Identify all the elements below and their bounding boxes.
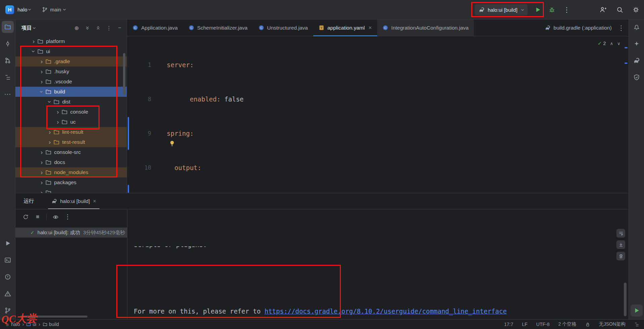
tree-item-dist[interactable]: › dist <box>15 97 127 107</box>
chevron-expanded-icon[interactable]: › <box>47 99 52 105</box>
clear-console-button[interactable] <box>616 252 625 260</box>
run-tree-horizontal-scrollbar[interactable] <box>20 316 87 318</box>
rerun-button[interactable] <box>22 213 29 220</box>
project-tool-button[interactable] <box>2 21 14 33</box>
intention-bulb-icon[interactable] <box>169 140 175 147</box>
breadcrumb-item-build[interactable]: build <box>43 322 59 327</box>
line-ending-widget[interactable]: LF <box>522 322 527 327</box>
chevron-expanded-icon[interactable]: › <box>31 49 36 54</box>
lock-icon[interactable] <box>585 322 590 327</box>
settings-button[interactable] <box>632 6 640 14</box>
git-branch-widget[interactable]: main › <box>42 6 66 13</box>
chevron-right-icon[interactable]: › <box>39 69 44 74</box>
chevron-right-icon[interactable]: › <box>55 109 61 115</box>
chevron-right-icon[interactable]: › <box>39 160 44 165</box>
line-number[interactable]: 8 <box>127 93 151 105</box>
tree-item-husky[interactable]: › .husky <box>15 67 127 77</box>
notifications-warning-button[interactable] <box>2 288 14 300</box>
search-everywhere-button[interactable] <box>616 6 624 14</box>
previous-problem-button[interactable]: ∧ <box>610 41 613 46</box>
chevron-right-icon[interactable]: › <box>47 139 52 145</box>
terminal-tool-button[interactable] <box>2 254 14 266</box>
chevron-expanded-icon[interactable]: › <box>39 89 44 94</box>
line-number[interactable]: 9 <box>127 128 151 139</box>
hide-panel-button[interactable]: − <box>117 25 123 31</box>
encoding-widget[interactable]: UTF-8 <box>536 322 550 327</box>
tree-item-test-result[interactable]: › test-result <box>15 137 127 147</box>
tree-item-platform[interactable]: › platform <box>15 36 127 46</box>
console-link[interactable]: https://docs.gradle.org/8.10.2/userguide… <box>265 307 507 315</box>
run-options-button[interactable]: ⋮ <box>64 213 71 220</box>
structure-tool-button[interactable] <box>2 71 14 83</box>
tab-options-button[interactable]: ⋮ <box>618 24 625 32</box>
breadcrumb-item-halo[interactable]: halo <box>5 322 20 327</box>
chevron-right-icon[interactable]: › <box>39 180 44 185</box>
more-tools-button[interactable]: ⋯ <box>2 88 14 100</box>
close-tab-icon[interactable]: × <box>93 198 96 204</box>
tree-item-node-modules[interactable]: › node_modules <box>15 167 127 177</box>
tree-item-build[interactable]: › build <box>15 87 127 97</box>
more-actions-button[interactable]: ⋮ <box>563 6 571 14</box>
show-passed-button[interactable] <box>52 213 59 220</box>
tab-unstructured-java[interactable]: Unstructured.java <box>253 19 313 36</box>
locate-file-button[interactable]: ⊕ <box>74 25 80 31</box>
run-tool-button[interactable] <box>2 237 14 249</box>
chevron-down-icon[interactable]: › <box>31 27 38 29</box>
breadcrumb-item-ui[interactable]: ui <box>26 322 36 327</box>
problems-tool-button[interactable] <box>2 271 14 283</box>
line-number[interactable]: 10 <box>127 162 151 173</box>
inspections-widget[interactable]: ✓ 2 ∧ ∨ <box>598 39 620 48</box>
run-configuration-widget[interactable]: halo:ui [build] › <box>475 4 528 15</box>
tree-item-ui[interactable]: › ui <box>15 46 127 56</box>
editor-code-area[interactable]: 1server: 8 enabled: false 9spring: 10 ou… <box>127 36 629 193</box>
ai-assistant-tool-button[interactable] <box>631 38 643 50</box>
scroll-to-end-button[interactable] <box>616 240 625 249</box>
chevron-right-icon[interactable]: › <box>39 170 44 175</box>
close-tab-icon[interactable]: × <box>368 25 372 31</box>
indent-widget[interactable]: 2 个空格 <box>558 321 576 327</box>
run-tab-halo-ui-build[interactable]: halo:ui [build] × <box>48 193 99 209</box>
tab-application-java[interactable]: Application.java <box>127 19 183 36</box>
run-result-item[interactable]: ✓ halo:ui [build]: 成功 3分钟45秒429毫秒 <box>15 228 127 238</box>
status-settings-icon[interactable] <box>634 322 639 327</box>
app-logo[interactable]: H <box>5 5 14 14</box>
tab-integrationautoconfiguration-java[interactable]: IntegrationAutoConfiguration.java <box>377 19 474 36</box>
json-schema-widget[interactable]: 无JSON架构 <box>599 321 626 327</box>
debug-button[interactable] <box>548 6 556 14</box>
tree-item-console-src[interactable]: › console-src <box>15 147 127 157</box>
tree-item-docs[interactable]: › docs <box>15 157 127 167</box>
chevron-right-icon[interactable]: › <box>39 79 44 84</box>
tab-application-yaml[interactable]: application.yaml × <box>313 19 377 36</box>
project-scrollbar[interactable] <box>123 53 125 95</box>
project-panel-title[interactable]: 项目 <box>22 25 32 32</box>
tree-item-packages[interactable]: › packages <box>15 177 127 188</box>
version-control-tool-button[interactable] <box>2 304 14 317</box>
next-problem-button[interactable]: ∨ <box>617 41 620 46</box>
chevron-right-icon[interactable]: › <box>31 39 36 44</box>
chevron-right-icon[interactable]: › <box>47 129 52 135</box>
tree-item-partial[interactable]: › <box>15 188 127 193</box>
stop-button[interactable] <box>34 213 41 220</box>
tab-build-gradle[interactable]: build.gradle (:application) <box>544 25 613 31</box>
chevron-right-icon[interactable]: › <box>39 59 44 64</box>
run-panel-title[interactable]: 运行 <box>15 193 34 209</box>
run-anything-button[interactable] <box>631 304 643 317</box>
chevron-right-icon[interactable]: › <box>39 150 44 155</box>
tree-item-lint-result[interactable]: › lint-result <box>15 127 127 137</box>
run-console[interactable]: scripts or plugins. For more on this, pl… <box>127 209 629 319</box>
tab-schemeinitializer-java[interactable]: SchemeInitializer.java <box>183 19 253 36</box>
soft-wrap-button[interactable] <box>616 229 625 238</box>
expand-all-button[interactable] <box>84 25 90 31</box>
chevron-down-icon[interactable]: › <box>26 9 33 11</box>
panel-options-button[interactable]: ⋮ <box>106 25 112 31</box>
tree-item-uc[interactable]: › uc <box>15 117 127 127</box>
code-with-me-button[interactable] <box>599 6 607 14</box>
notifications-tool-button[interactable] <box>631 21 643 33</box>
tree-item-vscode[interactable]: › .vscode <box>15 77 127 87</box>
tree-item-gradle[interactable]: › .gradle <box>15 56 127 67</box>
pull-requests-tool-button[interactable] <box>2 54 14 67</box>
run-button[interactable] <box>534 6 542 14</box>
gradle-tool-button[interactable] <box>631 54 643 67</box>
dependency-checker-tool-button[interactable] <box>631 71 643 83</box>
collapse-all-button[interactable] <box>95 25 101 31</box>
